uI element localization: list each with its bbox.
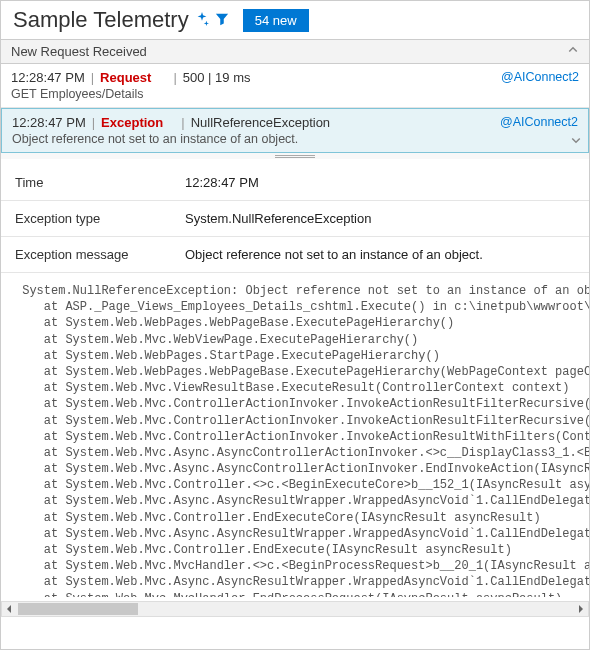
stacktrace-container: System.NullReferenceException: Object re… — [1, 277, 589, 617]
event-time: 12:28:47 PM — [12, 115, 86, 130]
new-items-badge[interactable]: 54 new — [243, 9, 309, 32]
detail-label: Time — [15, 175, 185, 190]
event-time: 12:28:47 PM — [11, 70, 85, 85]
stacktrace-text: System.NullReferenceException: Object re… — [1, 277, 589, 597]
detail-label: Exception type — [15, 211, 185, 226]
detail-value: 12:28:47 PM — [185, 175, 575, 190]
group-header[interactable]: New Request Received — [1, 39, 589, 64]
detail-value: Object reference not set to an instance … — [185, 247, 575, 262]
sparkle-icon[interactable] — [195, 12, 209, 29]
grip-icon — [275, 155, 315, 158]
detail-row-message: Exception message Object reference not s… — [1, 237, 589, 273]
group-title: New Request Received — [11, 44, 147, 59]
detail-label: Exception message — [15, 247, 185, 262]
event-summary: NullReferenceException — [191, 115, 330, 130]
scrollbar-thumb[interactable] — [18, 603, 138, 615]
event-host: @AIConnect2 — [500, 115, 578, 129]
event-host: @AIConnect2 — [501, 70, 579, 84]
detail-row-type: Exception type System.NullReferenceExcep… — [1, 201, 589, 237]
event-summary-line: 12:28:47 PM | Exception | NullReferenceE… — [12, 115, 578, 130]
separator: | — [91, 70, 94, 85]
scroll-right-button[interactable] — [572, 602, 588, 616]
header-bar: Sample Telemetry 54 new — [1, 1, 589, 39]
event-summary-line: 12:28:47 PM | Request | 500 | 19 ms — [11, 70, 579, 85]
event-detail: GET Employees/Details — [11, 87, 579, 101]
event-row[interactable]: 12:28:47 PM | Exception | NullReferenceE… — [1, 108, 589, 153]
event-kind: Request — [100, 70, 151, 85]
page-title: Sample Telemetry — [13, 7, 189, 33]
event-summary: 500 | 19 ms — [183, 70, 251, 85]
separator: | — [92, 115, 95, 130]
event-kind: Exception — [101, 115, 163, 130]
event-detail: Object reference not set to an instance … — [12, 132, 578, 146]
chevron-up-icon[interactable] — [567, 44, 579, 59]
event-row[interactable]: 12:28:47 PM | Request | 500 | 19 ms GET … — [1, 64, 589, 108]
scrollbar-track[interactable] — [18, 602, 572, 616]
horizontal-scrollbar[interactable] — [1, 601, 589, 617]
details-panel: Time 12:28:47 PM Exception type System.N… — [1, 159, 589, 617]
detail-row-time: Time 12:28:47 PM — [1, 165, 589, 201]
separator: | — [173, 70, 176, 85]
filter-icon[interactable] — [215, 12, 237, 29]
separator: | — [181, 115, 184, 130]
scroll-left-button[interactable] — [2, 602, 18, 616]
detail-value: System.NullReferenceException — [185, 211, 575, 226]
chevron-down-icon[interactable] — [570, 134, 582, 146]
